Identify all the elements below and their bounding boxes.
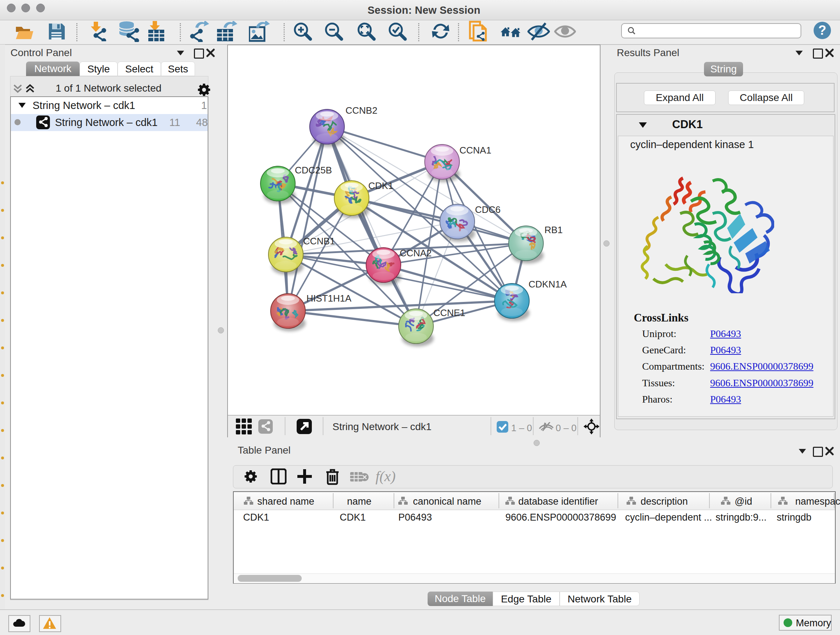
svg-text:CDK1: CDK1: [368, 180, 393, 191]
svg-text:HIST1H1A: HIST1H1A: [306, 293, 352, 304]
svg-text:CCNE1: CCNE1: [433, 307, 465, 318]
svg-text:CCNB1: CCNB1: [303, 236, 335, 247]
svg-text:CDKN1A: CDKN1A: [529, 279, 567, 290]
svg-text:CCNA1: CCNA1: [459, 145, 491, 156]
svg-text:CCNB2: CCNB2: [346, 105, 377, 116]
svg-text:CDC6: CDC6: [475, 204, 501, 215]
svg-text:CCNA2: CCNA2: [400, 248, 431, 258]
svg-text:RB1: RB1: [545, 225, 563, 235]
svg-text:CDC25B: CDC25B: [295, 165, 332, 176]
